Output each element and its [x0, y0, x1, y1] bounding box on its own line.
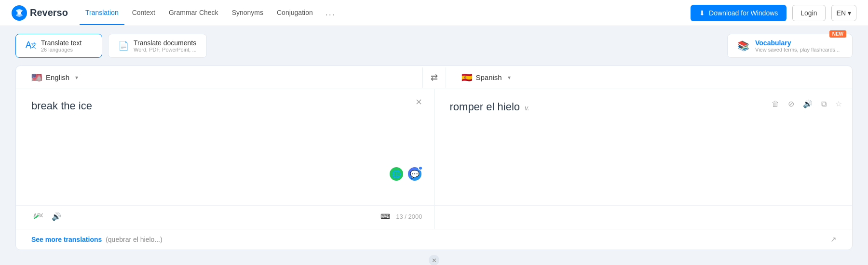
delete-translation-button[interactable]: 🗑 [769, 97, 782, 111]
tabs-row: A文 Translate text 26 languages 📄 Transla… [15, 34, 853, 58]
ad-close-button[interactable]: ✕ [429, 255, 439, 265]
target-panel: 🗑 ⊘ 🔊 ⧉ ☆ romper el hie [434, 89, 853, 205]
svg-text:文: 文 [30, 41, 36, 49]
swap-icon: ⇄ [431, 72, 438, 83]
tab-translate-text-sublabel: 26 languages [41, 47, 81, 53]
svg-point-1 [17, 11, 21, 14]
speaker-left-icon[interactable]: 🔊 [50, 210, 63, 223]
new-badge: NEW [829, 30, 846, 38]
source-language-selector[interactable]: 🇺🇸 English ▾ [16, 66, 422, 89]
no-sign-icon: ⊘ [788, 100, 794, 108]
ad-close-icon: ✕ [432, 257, 437, 264]
translation-output: romper el hielo [450, 101, 520, 113]
nav-translation[interactable]: Translation [80, 1, 124, 25]
source-panel: break the ice ✕ 🌐 💬 [16, 89, 434, 205]
logo[interactable]: Reverso [12, 5, 68, 21]
ai-badge-green[interactable]: 🌐 [389, 166, 404, 182]
source-chevron-icon: ▾ [75, 74, 78, 81]
ai-blue-icon: 💬 [410, 170, 420, 179]
translator-box: 🇺🇸 English ▾ ⇄ 🇪🇸 Spanish ▾ break the ic… [15, 66, 853, 250]
see-more-label: See more translations [31, 236, 102, 243]
nav-grammar-check[interactable]: Grammar Check [163, 1, 224, 25]
main-content: A文 Translate text 26 languages 📄 Transla… [0, 26, 868, 265]
external-link-icon[interactable]: ↗ [830, 235, 837, 244]
no-sign-button[interactable]: ⊘ [786, 97, 797, 111]
source-language-label: English [46, 73, 69, 81]
vocabulary-subtitle: View saved terms, play flashcards... [755, 47, 840, 53]
char-count: 13 / 2000 [396, 213, 422, 220]
ai-green-icon: 🌐 [392, 170, 401, 179]
source-panel-bottom: ABC 🔊 ⌨ 13 / 2000 [16, 205, 434, 229]
ai-badge-notification [418, 166, 423, 171]
speak-translation-button[interactable]: 🔊 [800, 97, 815, 111]
translation-tag: v. [525, 104, 529, 112]
source-flag: 🇺🇸 [31, 72, 42, 83]
ai-badge-blue[interactable]: 💬 [407, 166, 422, 182]
see-more-detail: (quebrar el hielo...) [106, 236, 163, 243]
source-bottom-icons: ABC 🔊 [31, 210, 63, 223]
nav-context[interactable]: Context [126, 1, 161, 25]
vocabulary-card[interactable]: NEW 📚 Vocabulary View saved terms, play … [727, 34, 853, 58]
tab-translate-docs-sublabel: Word, PDF, PowerPoint, ... [134, 47, 197, 53]
nav-conjugation[interactable]: Conjugation [271, 1, 319, 25]
main-nav: Translation Context Grammar Check Synony… [80, 1, 687, 25]
language-bar: 🇺🇸 English ▾ ⇄ 🇪🇸 Spanish ▾ [16, 66, 852, 89]
header-right: ⬇ Download for Windows Login EN ▾ [691, 5, 856, 21]
tab-translate-docs[interactable]: 📄 Translate documents Word, PDF, PowerPo… [108, 34, 207, 58]
spell-check-icon[interactable]: ABC [31, 210, 45, 223]
panel-bottoms: ABC 🔊 ⌨ 13 / 2000 [16, 205, 852, 229]
nav-more[interactable]: ... [321, 4, 340, 22]
see-more-link[interactable]: See more translations (quebrar el hielo.… [31, 236, 163, 243]
speaker-right-icon: 🔊 [803, 100, 813, 108]
star-icon: ☆ [835, 100, 842, 108]
download-button[interactable]: ⬇ Download for Windows [691, 5, 787, 21]
see-more-bar: See more translations (quebrar el hielo.… [16, 229, 852, 250]
ai-badges: 🌐 💬 [389, 166, 422, 182]
trash-icon: 🗑 [772, 100, 779, 108]
translate-text-icon: A文 [26, 40, 36, 53]
chevron-down-icon: ▾ [848, 9, 851, 17]
login-button[interactable]: Login [792, 5, 825, 21]
tab-translate-text-label: Translate text [41, 39, 81, 47]
clear-icon: ✕ [415, 97, 422, 107]
download-icon: ⬇ [699, 9, 705, 17]
keyboard-icon[interactable]: ⌨ [379, 211, 392, 222]
clear-button[interactable]: ✕ [415, 97, 422, 107]
target-chevron-icon: ▾ [508, 74, 511, 81]
source-text-input[interactable]: break the ice [31, 99, 422, 157]
output-icons: 🗑 ⊘ 🔊 ⧉ ☆ [769, 97, 844, 111]
copy-icon: ⧉ [821, 100, 827, 108]
swap-languages-button[interactable]: ⇄ [422, 67, 446, 88]
nav-synonyms[interactable]: Synonyms [226, 1, 269, 25]
target-flag: 🇪🇸 [461, 72, 472, 83]
text-panels: break the ice ✕ 🌐 💬 [16, 89, 852, 205]
target-language-selector[interactable]: 🇪🇸 Spanish ▾ [446, 66, 853, 89]
language-selector[interactable]: EN ▾ [831, 5, 856, 21]
tab-translate-text[interactable]: A文 Translate text 26 languages [15, 34, 102, 58]
target-language-label: Spanish [476, 73, 502, 81]
vocabulary-icon: 📚 [737, 40, 749, 52]
copy-button[interactable]: ⧉ [819, 97, 829, 111]
logo-text: Reverso [30, 7, 68, 18]
ad-area: ✕ [15, 250, 853, 265]
header: Reverso Translation Context Grammar Chec… [0, 0, 868, 26]
translate-docs-icon: 📄 [118, 40, 129, 51]
save-button[interactable]: ☆ [833, 97, 844, 111]
tab-translate-docs-label: Translate documents [134, 39, 197, 47]
vocabulary-title: Vocabulary [755, 39, 840, 47]
target-panel-bottom [434, 205, 853, 229]
